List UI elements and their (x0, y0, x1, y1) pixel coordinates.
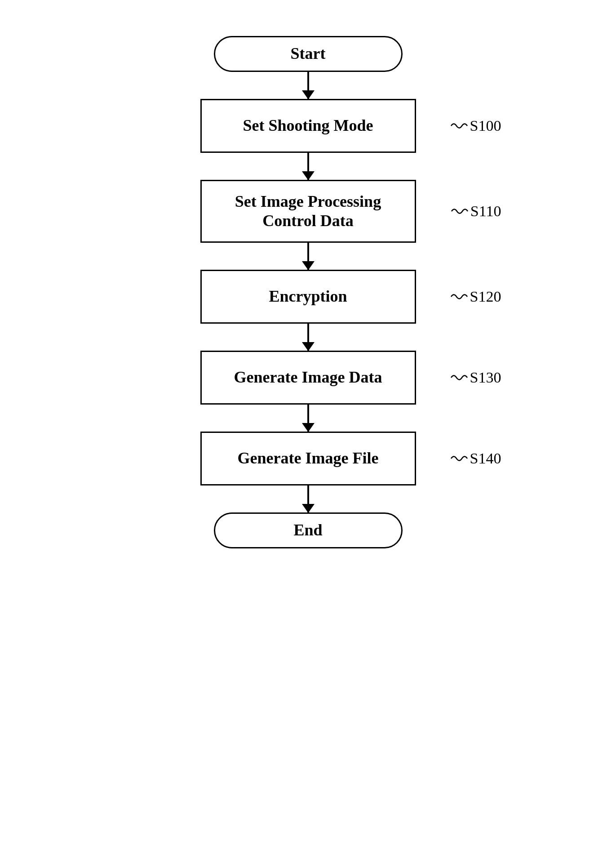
s100-wavy-icon (450, 121, 468, 131)
start-label: Start (291, 44, 326, 63)
s100-box: Set Shooting Mode (200, 99, 416, 153)
arrow-3 (307, 243, 309, 270)
s100-wrapper: Set Shooting Mode S100 (200, 99, 416, 153)
start-box: Start (214, 36, 403, 72)
s130-wrapper: Generate Image Data S130 (200, 351, 416, 405)
s120-wavy-icon (450, 292, 468, 302)
s110-step: S110 (451, 203, 501, 220)
start-node: Start (214, 36, 403, 72)
s130-label: Generate Image Data (234, 368, 382, 387)
s110-number: S110 (470, 203, 501, 220)
end-node: End (214, 512, 403, 548)
s120-step: S120 (450, 288, 501, 305)
s100-label: Set Shooting Mode (243, 116, 373, 135)
s110-box: Set Image ProcessingControl Data (200, 180, 416, 243)
end-label: End (293, 521, 322, 540)
flowchart: Start Set Shooting Mode S100 Set Image P… (200, 36, 416, 548)
s140-box: Generate Image File (200, 432, 416, 485)
s110-label: Set Image ProcessingControl Data (235, 192, 381, 231)
s120-box: Encryption (200, 270, 416, 324)
s110-wrapper: Set Image ProcessingControl Data S110 (200, 180, 416, 243)
s140-number: S140 (470, 450, 501, 467)
s140-wavy-icon (450, 454, 468, 463)
s110-wavy-icon (451, 206, 469, 216)
arrow-5 (307, 405, 309, 432)
s120-label: Encryption (269, 287, 347, 306)
s120-wrapper: Encryption S120 (200, 270, 416, 324)
arrow-1 (307, 72, 309, 99)
s100-step: S100 (450, 117, 501, 134)
s140-wrapper: Generate Image File S140 (200, 432, 416, 485)
s130-step: S130 (450, 369, 501, 386)
arrow-6 (307, 485, 309, 512)
s100-number: S100 (470, 117, 501, 134)
arrow-4 (307, 324, 309, 351)
diagram-container: Start Set Shooting Mode S100 Set Image P… (0, 0, 616, 855)
s120-number: S120 (470, 288, 501, 305)
s130-box: Generate Image Data (200, 351, 416, 405)
s140-label: Generate Image File (238, 449, 379, 468)
s130-wavy-icon (450, 373, 468, 383)
s140-step: S140 (450, 450, 501, 467)
s130-number: S130 (470, 369, 501, 386)
end-box: End (214, 512, 403, 548)
arrow-2 (307, 153, 309, 180)
